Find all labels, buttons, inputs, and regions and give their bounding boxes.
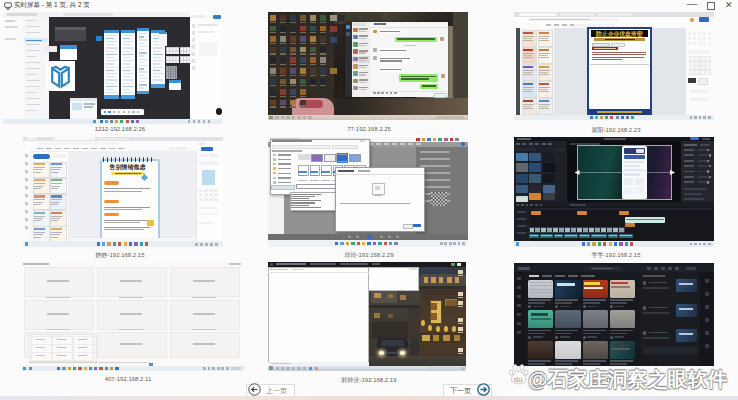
svg-text:du: du <box>514 375 523 384</box>
